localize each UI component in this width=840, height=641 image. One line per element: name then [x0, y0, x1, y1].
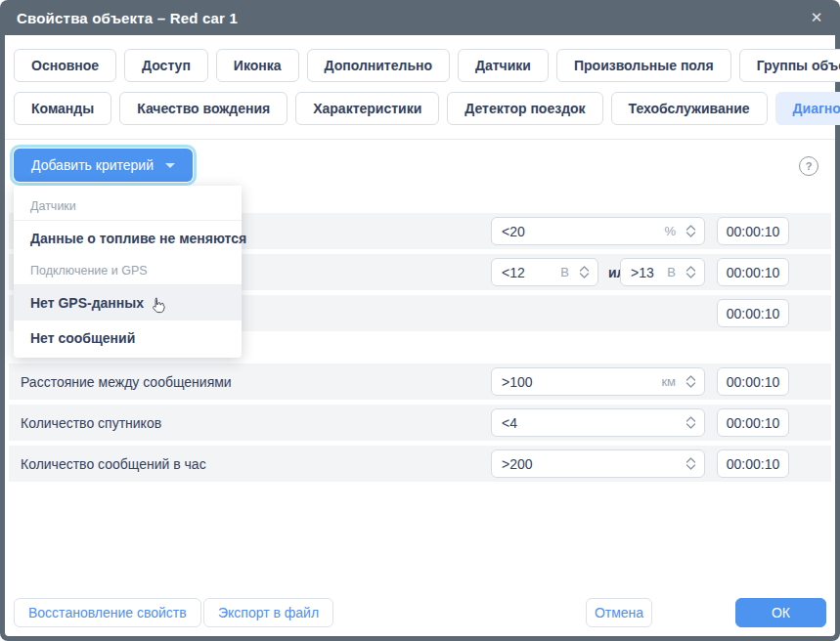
tab-trip-detector[interactable]: Детектор поездок — [447, 92, 602, 125]
tab-characteristics[interactable]: Характеристики — [295, 92, 439, 125]
criterion-label: Количество спутников — [21, 405, 161, 441]
unit-label: км — [661, 374, 676, 389]
tab-unit-groups[interactable]: Группы объектов — [739, 49, 840, 82]
value-input-high[interactable]: >13 В — [620, 258, 705, 286]
time-input[interactable]: 00:00:10 — [717, 217, 789, 245]
tab-commands[interactable]: Команды — [14, 92, 111, 125]
chevron-down-icon — [165, 163, 175, 168]
unit-label: % — [664, 224, 676, 238]
value-input-low[interactable]: <12 В — [491, 258, 598, 286]
dropdown-section-sensors: Датчики — [14, 192, 242, 221]
unit-label: В — [667, 265, 676, 279]
object-properties-dialog: Свойства объекта – Red car 1 ✕ Основное … — [0, 0, 840, 641]
spinner-stepper[interactable] — [685, 225, 696, 237]
tab-advanced[interactable]: Дополнительно — [307, 49, 450, 82]
cancel-button[interactable]: Отмена — [586, 598, 652, 627]
tab-row-1: Основное Доступ Иконка Дополнительно Дат… — [14, 49, 826, 82]
tab-diagnostics[interactable]: Диагностика — [775, 92, 840, 125]
add-criterion-dropdown: Датчики Данные о топливе не меняются Под… — [14, 186, 242, 358]
dialog-footer: Восстановление свойств Экспорт в файл От… — [14, 598, 826, 627]
spinner-stepper[interactable] — [685, 375, 696, 388]
unit-label: В — [560, 265, 569, 279]
tab-access[interactable]: Доступ — [124, 49, 208, 82]
time-input[interactable]: 00:00:10 — [717, 299, 789, 327]
value-input[interactable]: <4 — [491, 408, 705, 437]
dialog-titlebar: Свойства объекта – Red car 1 — [0, 0, 840, 35]
value-text: >100 — [502, 374, 661, 390]
tab-custom-fields[interactable]: Произвольные поля — [556, 49, 731, 82]
criterion-label: Количество сообщений в час — [21, 446, 206, 482]
criterion-row-messages-per-hour: Количество сообщений в час >200 00:00:10 — [9, 446, 831, 482]
dropdown-item-no-gps-data[interactable]: Нет GPS-данных — [14, 285, 242, 320]
value-text: <4 — [502, 415, 676, 431]
ok-button[interactable]: ОК — [735, 598, 826, 627]
tab-sensors[interactable]: Датчики — [458, 49, 549, 82]
restore-properties-button[interactable]: Восстановление свойств — [14, 598, 201, 627]
criterion-row-distance: Расстояние между сообщениями >100 км 00:… — [9, 363, 831, 400]
criterion-label: Расстояние между сообщениями — [21, 363, 232, 400]
tab-driving-quality[interactable]: Качество вождения — [119, 92, 287, 125]
dialog-title: Свойства объекта – Red car 1 — [0, 10, 238, 26]
value-input[interactable]: >100 км — [491, 367, 705, 396]
value-text: >200 — [502, 456, 676, 472]
criterion-row-satellites: Количество спутников <4 00:00:10 — [9, 405, 831, 441]
tabs-divider — [5, 139, 835, 140]
value-text: <20 — [502, 224, 664, 239]
dropdown-item-fuel-data[interactable]: Данные о топливе не меняются — [14, 221, 242, 256]
add-criterion-label: Добавить критерий — [31, 157, 154, 173]
value-text: <12 — [502, 265, 560, 280]
spinner-stepper[interactable] — [685, 457, 696, 470]
spinner-stepper[interactable] — [685, 266, 696, 278]
tab-maintenance[interactable]: Техобслуживание — [611, 92, 768, 125]
close-icon[interactable]: ✕ — [807, 8, 826, 27]
value-input[interactable]: <20 % — [491, 217, 705, 245]
time-input[interactable]: 00:00:10 — [717, 449, 789, 478]
dropdown-item-no-messages[interactable]: Нет сообщений — [14, 320, 242, 356]
spinner-stepper[interactable] — [685, 416, 696, 429]
time-input[interactable]: 00:00:10 — [717, 367, 789, 396]
value-input[interactable]: >200 — [491, 449, 705, 478]
spinner-stepper[interactable] — [579, 266, 590, 278]
help-icon[interactable]: ? — [799, 156, 818, 176]
time-input[interactable]: 00:00:10 — [717, 408, 789, 437]
time-input[interactable]: 00:00:10 — [717, 258, 789, 286]
value-text: >13 — [631, 265, 667, 280]
hand-cursor-icon — [151, 297, 165, 317]
dropdown-section-connection-gps: Подключение и GPS — [14, 256, 242, 285]
tab-icon[interactable]: Иконка — [216, 49, 299, 82]
tab-main[interactable]: Основное — [14, 49, 116, 82]
export-to-file-button[interactable]: Экспорт в файл — [203, 598, 333, 627]
add-criterion-button[interactable]: Добавить критерий — [14, 149, 193, 182]
tab-row-2: Команды Качество вождения Характеристики… — [14, 92, 826, 125]
dialog-content: Основное Доступ Иконка Дополнительно Дат… — [5, 35, 835, 636]
